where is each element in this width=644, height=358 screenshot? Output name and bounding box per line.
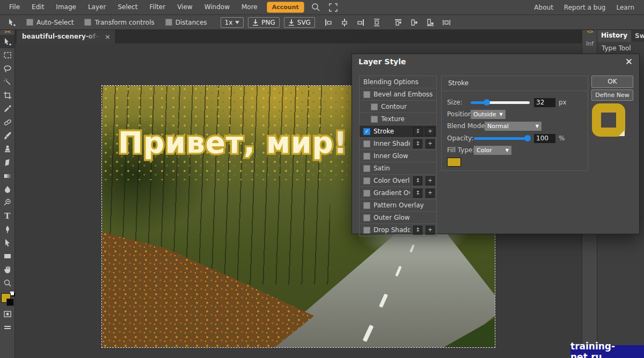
magic-wand-tool[interactable] <box>0 75 14 88</box>
blur-tool[interactable] <box>0 182 14 196</box>
fill-type-dropdown[interactable]: Color ▼ <box>474 146 511 155</box>
style-drop-shadow[interactable]: Drop Shadow ↕ + <box>360 224 436 236</box>
gradient-overlay-reorder-button[interactable]: ↕ <box>413 189 422 198</box>
dialog-close-icon[interactable]: ✕ <box>625 56 633 67</box>
stroke-checkbox[interactable]: ✓ <box>363 128 370 135</box>
size-slider[interactable] <box>471 101 530 104</box>
style-preview-swatch[interactable] <box>592 103 625 137</box>
brush-tool[interactable] <box>0 129 14 142</box>
align-top-icon[interactable] <box>394 18 402 27</box>
style-inner-glow[interactable]: Inner Glow <box>360 150 436 162</box>
style-inner-shadow[interactable]: Inner Shadow ↕ + <box>360 138 436 150</box>
color-overlay-reorder-button[interactable]: ↕ <box>413 176 422 185</box>
panel-collapse-icon[interactable]: <> <box>582 29 597 35</box>
report-bug-link[interactable]: Report a bug <box>559 4 611 11</box>
document-tab[interactable]: beautiful-scenery-of-a-roa × <box>17 29 115 43</box>
zoom-level-dropdown[interactable]: 1x <box>221 17 244 28</box>
style-gradient-overlay[interactable]: Gradient Overlay ↕ + <box>360 187 436 199</box>
align-center-horizontal-icon[interactable] <box>340 18 349 27</box>
transform-controls-box[interactable] <box>84 19 91 26</box>
gradient-tool[interactable] <box>0 169 14 182</box>
stroke-add-button[interactable]: + <box>426 127 435 136</box>
canvas-text-layer[interactable]: Привет, мир! <box>118 125 348 160</box>
pattern-overlay-checkbox[interactable] <box>363 202 370 209</box>
color-overlay-add-button[interactable]: + <box>426 176 435 185</box>
close-tab-icon[interactable]: × <box>105 33 111 41</box>
dialog-titlebar[interactable]: Layer Style ✕ <box>352 54 639 69</box>
info-panel-tab[interactable]: Inf <box>582 40 597 47</box>
size-slider-knob[interactable] <box>484 99 490 106</box>
export-png-button[interactable]: PNG <box>248 17 280 28</box>
path-select-tool[interactable] <box>0 236 14 249</box>
auto-select-box[interactable] <box>26 19 33 26</box>
gradient-overlay-checkbox[interactable] <box>363 190 370 197</box>
style-pattern-overlay[interactable]: Pattern Overlay <box>360 199 436 212</box>
style-color-overlay[interactable]: Color Overlay ↕ + <box>360 175 436 187</box>
style-blending-options[interactable]: Blending Options <box>360 76 436 88</box>
satin-checkbox[interactable] <box>363 165 370 172</box>
color-swatches[interactable] <box>0 291 14 307</box>
spot-heal-tool[interactable] <box>0 115 14 129</box>
menu-layer[interactable]: Layer <box>82 0 112 14</box>
move-tool[interactable] <box>0 35 14 48</box>
screen-mode-icon[interactable] <box>0 320 14 334</box>
define-new-button[interactable]: Define New <box>591 89 633 101</box>
quick-mask-icon[interactable] <box>0 307 14 320</box>
background-color-swatch[interactable] <box>6 299 14 306</box>
opacity-input[interactable]: 100 <box>534 134 555 143</box>
type-tool[interactable]: T <box>0 209 14 222</box>
opacity-slider-knob[interactable] <box>524 135 531 141</box>
hand-tool[interactable] <box>0 263 14 276</box>
fullscreen-icon[interactable] <box>328 3 338 12</box>
default-colors-icon[interactable] <box>10 292 14 295</box>
menu-view[interactable]: View <box>171 0 198 14</box>
menu-image[interactable]: Image <box>50 0 82 14</box>
learn-link[interactable]: Learn <box>611 4 640 11</box>
inner-glow-checkbox[interactable] <box>363 153 370 160</box>
account-button[interactable]: Account <box>267 2 304 13</box>
menu-more[interactable]: More <box>236 0 264 14</box>
crop-tool[interactable] <box>0 88 14 102</box>
pen-tool[interactable] <box>0 222 14 236</box>
tab-history[interactable]: History <box>597 29 631 42</box>
stroke-reorder-button[interactable]: ↕ <box>413 127 422 136</box>
gradient-overlay-add-button[interactable]: + <box>426 189 435 198</box>
menu-select[interactable]: Select <box>112 0 143 14</box>
inner-shadow-checkbox[interactable] <box>363 140 370 147</box>
blend-mode-dropdown[interactable]: Normal ▼ <box>485 122 541 131</box>
style-bevel-emboss[interactable]: Bevel and Emboss <box>360 88 436 101</box>
auto-select-checkbox[interactable]: Auto-Select <box>26 19 74 26</box>
zoom-tool[interactable] <box>0 276 14 289</box>
transform-controls-checkbox[interactable]: Transform controls <box>84 19 154 26</box>
align-right-icon[interactable] <box>356 18 365 27</box>
about-link[interactable]: About <box>529 4 558 11</box>
style-texture[interactable]: Texture <box>360 113 436 125</box>
lasso-tool[interactable] <box>0 62 14 75</box>
inner-shadow-add-button[interactable]: + <box>426 139 435 148</box>
align-left-icon[interactable] <box>324 18 333 27</box>
distances-checkbox[interactable]: Distances <box>165 19 207 26</box>
menu-file[interactable]: File <box>3 0 26 14</box>
menu-window[interactable]: Window <box>199 0 236 14</box>
distribute-vertical-icon[interactable] <box>372 18 381 27</box>
style-satin[interactable]: Satin <box>360 162 436 175</box>
style-outer-glow[interactable]: Outer Glow <box>360 212 436 224</box>
distribute-horizontal-icon[interactable] <box>442 18 451 27</box>
drop-shadow-checkbox[interactable] <box>363 227 370 234</box>
eyedropper-tool[interactable] <box>0 102 14 115</box>
color-overlay-checkbox[interactable] <box>363 177 370 184</box>
rectangle-select-tool[interactable] <box>0 48 14 62</box>
bevel-checkbox[interactable] <box>363 91 370 98</box>
drop-shadow-add-button[interactable]: + <box>426 226 435 235</box>
rectangle-shape-tool[interactable] <box>0 249 14 263</box>
inner-shadow-reorder-button[interactable]: ↕ <box>413 139 422 148</box>
eraser-tool[interactable] <box>0 155 14 169</box>
position-dropdown[interactable]: Outside ▼ <box>471 110 506 119</box>
search-icon[interactable] <box>311 3 321 12</box>
menu-filter[interactable]: Filter <box>143 0 171 14</box>
align-bottom-icon[interactable] <box>426 18 435 27</box>
menu-edit[interactable]: Edit <box>26 0 50 14</box>
ok-button[interactable]: OK <box>591 76 633 88</box>
toolbar-collapse-icon[interactable]: >< <box>0 29 14 35</box>
distances-box[interactable] <box>165 19 172 26</box>
